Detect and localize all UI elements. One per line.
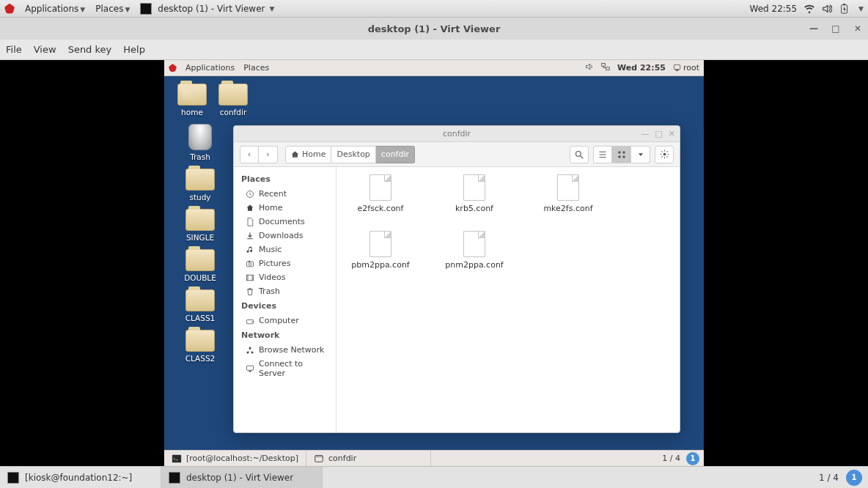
guest-workspace-icon[interactable]: 1 — [686, 452, 699, 465]
svg-rect-10 — [622, 155, 625, 158]
view-dropdown-button[interactable] — [631, 146, 650, 163]
sidebar-browse-network[interactable]: Browse Network — [234, 343, 336, 357]
svg-rect-5 — [675, 70, 678, 70]
desktop-icon-study[interactable]: study — [177, 169, 223, 202]
maximize-button[interactable]: □ — [830, 23, 842, 34]
desktop-icon-confdir[interactable]: confdir — [218, 84, 248, 117]
svg-rect-26 — [315, 455, 323, 457]
sidebar-header-devices: Devices — [234, 298, 336, 314]
sidebar-recent[interactable]: Recent — [234, 187, 336, 201]
svg-rect-9 — [618, 155, 620, 158]
svg-rect-23 — [249, 371, 251, 372]
nav-forward-button[interactable]: › — [259, 146, 278, 163]
sidebar-downloads[interactable]: Downloads — [234, 229, 336, 243]
svg-point-18 — [251, 321, 253, 322]
sidebar-music[interactable]: Music — [234, 243, 336, 256]
guest-desktop[interactable]: Applications Places Wed 22:55 root home … — [164, 60, 704, 466]
virt-viewer-titlebar[interactable]: desktop (1) - Virt Viewer — □ ✕ — [0, 18, 868, 40]
volume-icon[interactable] — [822, 4, 832, 14]
battery-icon[interactable] — [839, 4, 850, 14]
desktop-icon-single[interactable]: SINGLE — [177, 209, 223, 242]
svg-rect-4 — [674, 64, 680, 69]
guest-task-nautilus[interactable]: confdir — [306, 451, 431, 466]
view-grid-button[interactable] — [612, 146, 631, 163]
window-icon — [140, 3, 152, 15]
menu-file[interactable]: File — [6, 44, 22, 55]
file-pbm2ppa[interactable]: pbm2ppa.conf — [351, 231, 410, 270]
guest-task-terminal[interactable]: [root@localhost:~/Desktop] — [164, 451, 306, 466]
sidebar-pictures[interactable]: Pictures — [234, 256, 336, 270]
host-workspace-icon[interactable]: 1 — [846, 470, 862, 486]
close-button[interactable]: ✕ — [852, 23, 864, 34]
guest-workspace-label: 1 / 4 — [662, 454, 680, 463]
menu-help[interactable]: Help — [123, 44, 145, 55]
sidebar-header-places: Places — [234, 171, 336, 187]
desktop-icon-double[interactable]: DOUBLE — [177, 249, 223, 282]
host-active-window-menu[interactable]: desktop (1) - Virt Viewer▼ — [140, 3, 274, 15]
guest-clock[interactable]: Wed 22:55 — [617, 63, 666, 73]
nav-back-button[interactable]: ‹ — [240, 146, 259, 163]
file-manager-window[interactable]: confdir — □ ✕ ‹ › Home Desktop confdir — [233, 125, 680, 433]
svg-rect-15 — [249, 260, 250, 262]
svg-rect-13 — [247, 262, 254, 267]
host-bottom-panel: [kiosk@foundation12:~] desktop (1) - Vir… — [0, 466, 868, 488]
path-desktop[interactable]: Desktop — [331, 146, 375, 163]
sidebar-documents[interactable]: Documents — [234, 215, 336, 229]
host-clock[interactable]: Wed 22:55 — [750, 4, 798, 14]
window-title: desktop (1) - Virt Viewer — [368, 23, 501, 34]
virt-viewer-menubar: File View Send key Help — [0, 40, 868, 60]
file-icon — [463, 174, 485, 201]
fm-maximize-button[interactable]: □ — [655, 129, 662, 138]
settings-button[interactable] — [655, 146, 674, 163]
host-places-menu[interactable]: Places▼ — [95, 4, 130, 14]
host-task-virt-viewer[interactable]: desktop (1) - Virt Viewer — [161, 467, 323, 488]
svg-point-21 — [249, 347, 251, 349]
desktop-icon-home[interactable]: home — [177, 84, 207, 117]
sidebar-trash[interactable]: Trash — [234, 284, 336, 298]
fm-minimize-button[interactable]: — — [641, 129, 649, 138]
guest-distro-logo-icon — [169, 64, 177, 72]
sidebar-header-network: Network — [234, 328, 336, 343]
guest-applications-menu[interactable]: Applications — [185, 63, 235, 73]
file-manager-content[interactable]: e2fsck.conf krb5.conf mke2fs.conf pbm2pp… — [336, 167, 680, 432]
file-krb5[interactable]: krb5.conf — [445, 174, 504, 213]
sidebar-home[interactable]: Home — [234, 201, 336, 215]
file-icon — [369, 174, 391, 201]
host-task-terminal[interactable]: [kiosk@foundation12:~] — [0, 467, 161, 488]
desktop-icon-trash[interactable]: Trash — [177, 124, 223, 161]
host-applications-menu[interactable]: Applications▼ — [25, 4, 85, 14]
file-manager-sidebar: Places Recent Home Documents Downloads M… — [234, 167, 336, 432]
svg-point-14 — [249, 262, 251, 265]
file-e2fsck[interactable]: e2fsck.conf — [351, 174, 410, 213]
guest-volume-icon[interactable] — [585, 62, 594, 73]
guest-top-panel: Applications Places Wed 22:55 root — [164, 60, 704, 76]
file-manager-title: confdir — [443, 129, 471, 138]
menu-sendkey[interactable]: Send key — [68, 44, 112, 55]
host-top-panel: Applications▼ Places▼ desktop (1) - Virt… — [0, 0, 868, 18]
guest-places-menu[interactable]: Places — [243, 63, 269, 73]
file-icon — [557, 174, 579, 201]
view-list-button[interactable] — [593, 146, 612, 163]
menu-view[interactable]: View — [34, 44, 56, 55]
path-confdir[interactable]: confdir — [376, 146, 415, 163]
wifi-icon[interactable] — [804, 4, 814, 14]
minimize-button[interactable]: — — [808, 23, 820, 34]
desktop-icon-class1[interactable]: CLASS1 — [177, 289, 223, 322]
sidebar-videos[interactable]: Videos — [234, 270, 336, 284]
desktop-icon-class2[interactable]: CLASS2 — [177, 330, 223, 363]
svg-rect-7 — [618, 151, 620, 153]
file-pnm2ppa[interactable]: pnm2ppa.conf — [445, 231, 504, 270]
file-manager-titlebar[interactable]: confdir — □ ✕ — [234, 126, 680, 142]
sidebar-computer[interactable]: Computer — [234, 314, 336, 328]
svg-rect-24 — [172, 454, 181, 462]
fm-close-button[interactable]: ✕ — [669, 129, 675, 138]
guest-user-menu[interactable]: root — [673, 63, 699, 73]
file-mke2fs[interactable]: mke2fs.conf — [539, 174, 597, 213]
window-icon — [169, 472, 180, 484]
sidebar-connect-server[interactable]: Connect to Server — [234, 357, 336, 380]
search-button[interactable] — [570, 146, 589, 163]
system-menu-dropdown[interactable]: ▼ — [858, 5, 864, 12]
guest-network-icon[interactable] — [601, 62, 610, 73]
path-home[interactable]: Home — [285, 146, 331, 163]
svg-rect-3 — [606, 67, 610, 70]
